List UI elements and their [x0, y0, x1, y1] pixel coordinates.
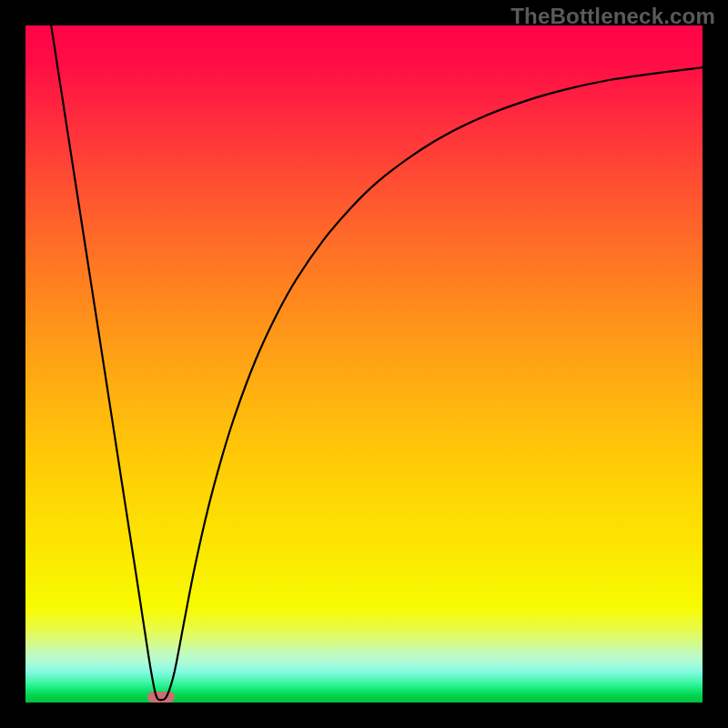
watermark-text: TheBottleneck.com — [511, 4, 715, 29]
chart-frame: TheBottleneck.com — [0, 0, 728, 728]
plot-area — [25, 25, 703, 703]
bottleneck-curve — [25, 25, 703, 703]
